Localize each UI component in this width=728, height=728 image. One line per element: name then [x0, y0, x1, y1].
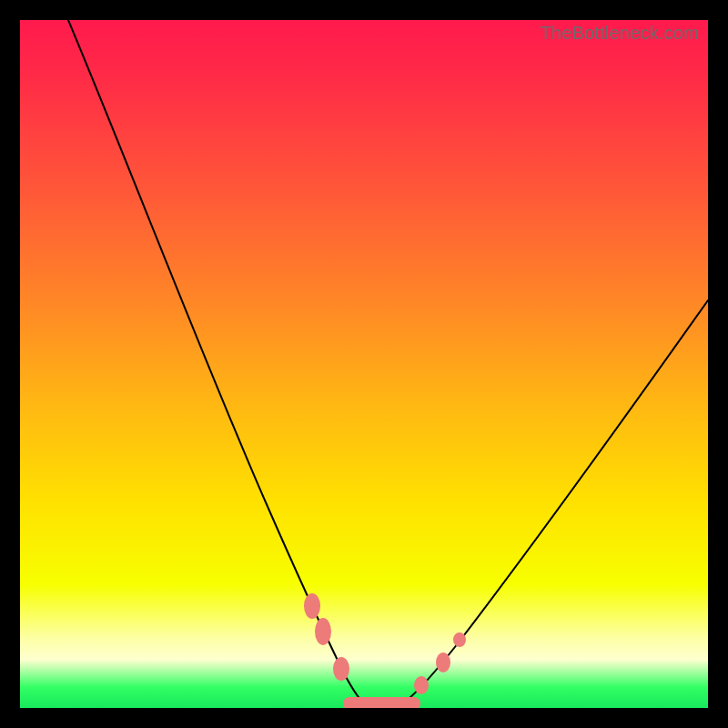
- chart-svg: [20, 20, 708, 708]
- left-curve: [68, 20, 366, 705]
- right-curve: [400, 300, 708, 705]
- right-marker-mid: [436, 652, 450, 672]
- right-marker-upper: [453, 632, 466, 647]
- plot-area: TheBottleneck.com: [20, 20, 708, 708]
- center-pill: [343, 697, 420, 708]
- right-marker-base: [414, 676, 429, 694]
- left-marker-upper: [304, 593, 320, 619]
- chart-frame: TheBottleneck.com: [0, 0, 728, 728]
- left-marker-lower: [315, 618, 331, 645]
- left-marker-base: [333, 657, 349, 681]
